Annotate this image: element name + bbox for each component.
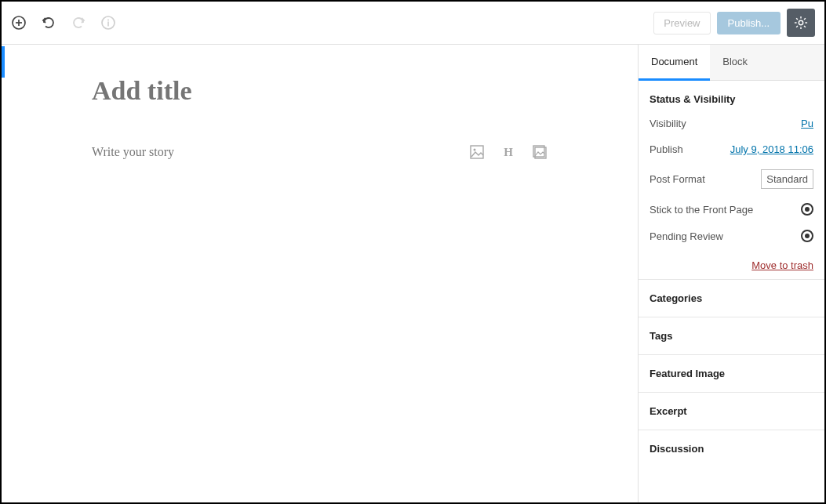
panel-tags[interactable]: Tags bbox=[639, 317, 824, 355]
panel-categories[interactable]: Categories bbox=[639, 280, 824, 317]
svg-line-11 bbox=[796, 18, 798, 20]
panel-heading-discussion: Discussion bbox=[650, 443, 813, 455]
panel-heading-featured-image: Featured Image bbox=[650, 368, 813, 379]
publish-date-link[interactable]: July 9, 2018 11:06 bbox=[730, 143, 813, 155]
post-title-input[interactable] bbox=[92, 76, 539, 106]
tab-block[interactable]: Block bbox=[710, 45, 760, 80]
panel-heading-excerpt: Excerpt bbox=[650, 405, 813, 417]
svg-rect-15 bbox=[471, 146, 483, 158]
publish-label: Publish bbox=[650, 143, 683, 155]
info-icon[interactable] bbox=[100, 15, 116, 31]
sticky-label: Stick to the Front Page bbox=[650, 204, 753, 216]
svg-point-6 bbox=[799, 20, 802, 24]
image-block-icon[interactable] bbox=[470, 145, 484, 159]
panel-featured-image[interactable]: Featured Image bbox=[639, 355, 824, 393]
pending-toggle-icon[interactable] bbox=[801, 230, 813, 242]
preview-button[interactable]: Preview bbox=[653, 12, 710, 34]
panel-heading-tags: Tags bbox=[650, 330, 813, 342]
panel-excerpt[interactable]: Excerpt bbox=[639, 393, 824, 430]
svg-line-12 bbox=[804, 26, 806, 27]
settings-sidebar: Document Block Status & Visibility Visib… bbox=[638, 45, 824, 502]
svg-point-16 bbox=[474, 149, 476, 151]
postformat-label: Post Format bbox=[650, 173, 705, 185]
gallery-block-icon[interactable] bbox=[533, 145, 547, 159]
svg-line-13 bbox=[796, 26, 798, 27]
move-to-trash-link[interactable]: Move to trash bbox=[751, 259, 813, 271]
panel-heading-status: Status & Visibility bbox=[650, 93, 813, 105]
visibility-value-link[interactable]: Pu bbox=[801, 118, 813, 129]
panel-discussion[interactable]: Discussion bbox=[639, 430, 824, 467]
post-body-input[interactable] bbox=[92, 145, 327, 159]
svg-point-4 bbox=[107, 20, 109, 21]
gear-icon bbox=[794, 16, 808, 30]
svg-rect-5 bbox=[107, 22, 109, 27]
panel-heading-categories: Categories bbox=[650, 292, 813, 304]
heading-block-icon[interactable]: H bbox=[501, 145, 515, 159]
panel-status-visibility: Status & Visibility Visibility Pu Publis… bbox=[639, 81, 824, 280]
sticky-toggle-icon[interactable] bbox=[801, 203, 813, 216]
pending-label: Pending Review bbox=[650, 230, 723, 242]
sidebar-tabs: Document Block bbox=[639, 45, 824, 81]
postformat-select[interactable]: Standard bbox=[761, 169, 813, 189]
tab-document[interactable]: Document bbox=[639, 45, 710, 81]
settings-button[interactable] bbox=[787, 9, 815, 37]
block-inserter-icons: H bbox=[470, 145, 547, 159]
undo-icon[interactable] bbox=[41, 15, 56, 31]
redo-icon bbox=[71, 15, 86, 31]
publish-button[interactable]: Publish... bbox=[717, 12, 781, 34]
add-block-icon[interactable] bbox=[11, 15, 27, 31]
svg-line-14 bbox=[804, 18, 806, 20]
editor-area: H bbox=[2, 45, 638, 502]
top-toolbar: Preview Publish... bbox=[2, 2, 824, 45]
visibility-label: Visibility bbox=[650, 118, 686, 129]
